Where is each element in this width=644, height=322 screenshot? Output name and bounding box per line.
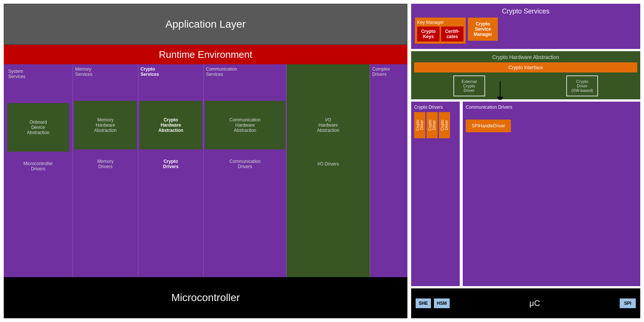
memory-hardware-abstraction: Memory Hardware Abstraction [74,101,137,149]
spi-chip: SPI [620,298,636,308]
main-grid: System Services Onboard Device Abstracti… [4,64,407,277]
crypto-service-manager-box: Crypto Service Manager [468,18,498,41]
crypto-drivers-panel: Crypto Drivers Crypto Driver Crypto Driv… [411,102,460,286]
crypto-drivers-left: Crypto Drivers [139,152,202,176]
communication-hardware-abstraction: Communication Hardware Abstraction [205,101,285,149]
io-drivers: I/O Drivers [288,152,369,176]
microcontroller-label: Microcontroller [171,292,240,304]
crypto-services-panel: Crypto Services Key Manager Crypto Keys … [411,4,640,49]
muc-label: μC [453,298,616,308]
memory-services-label: Memory Services [73,64,138,100]
crypto-hw-abstraction-panel: Crypto Hardware Abstraction Crypto Inter… [411,51,640,99]
certificates-box: Certifi- cates [441,27,463,41]
crypto-keys-box: Crypto Keys [417,27,440,41]
communication-drivers-left: Communication Drivers [205,152,285,176]
rte-label: Runtime Environment [159,49,252,61]
mc-right-panel: SHE HSM μC SPI [411,288,640,318]
app-layer-label: Application Layer [166,18,246,30]
io-hardware-abstraction: I/O Hardware Abstraction [288,101,369,149]
col-communication: Communication Services Communication Har… [204,64,287,277]
crypto-interface-bar: Crypto Interface [414,62,637,72]
complex-drivers-label: Complex Drivers [370,64,407,100]
memory-drivers: Memory Drivers [74,152,137,176]
col-complex-drivers: Complex Drivers [370,64,407,277]
io-service-spacer [287,64,370,100]
crypto-driver-item-2: Crypto Driver [426,112,438,138]
crypto-driver-sw-box: Crypto Driver (SW-based) [566,75,598,96]
right-panel: Crypto Services Key Manager Crypto Keys … [411,4,640,318]
key-manager-inner: Crypto Keys Certifi- cates [417,27,463,41]
crypto-services-title: Crypto Services [415,7,637,15]
col-system-services: System Services Onboard Device Abstracti… [4,64,73,277]
comm-drivers-title: Communication Drivers [466,105,637,110]
col-crypto: Crypto Services Crypto Hardware Abstract… [138,64,204,277]
crypto-hw-drivers-row: External Crypto Driver Crypto Driver (SW… [414,75,637,96]
crypto-hw-abstraction-title: Crypto Hardware Abstraction [414,54,637,60]
arrow-connector [493,81,508,100]
application-layer: Application Layer [4,4,407,45]
onboard-device-abstraction: Onboard Device Abstraction [7,103,69,152]
crypto-services-label: Crypto Services [138,64,203,100]
crypto-hardware-abstraction-left: Crypto Hardware Abstraction [139,101,202,149]
crypto-services-row: Key Manager Crypto Keys Certifi- cates C… [415,18,637,45]
spi-handle-driver-box: SPIHandleDriver [466,120,511,132]
she-chip: SHE [416,298,431,308]
left-panel: Application Layer Runtime Environment Sy… [4,4,407,318]
external-crypto-driver-box: External Crypto Driver [453,75,485,96]
hsm-chip: HSM [434,298,450,308]
microcontroller-bar: Microcontroller [4,277,407,318]
lower-right-panel: Crypto Drivers Crypto Driver Crypto Driv… [411,102,640,286]
rte-layer: Runtime Environment [4,45,407,64]
microcontroller-drivers: Microcontroller Drivers [7,154,69,178]
communication-services-label: Communication Services [204,64,286,100]
crypto-driver-items: Crypto Driver Crypto Driver Crypto Drive… [414,112,457,138]
crypto-drivers-panel-title: Crypto Drivers [414,105,457,110]
comm-drivers-panel: Communication Drivers SPIHandleDriver [463,102,640,286]
key-manager-box: Key Manager Crypto Keys Certifi- cates [415,18,466,44]
crypto-driver-item-1: Crypto Driver [414,112,425,138]
crypto-driver-item-3: Crypto Driver [439,112,450,138]
col-io: I/O Hardware Abstraction I/O Drivers [287,64,370,277]
key-manager-label: Key Manager [417,20,463,25]
system-services-label: System Services [6,66,70,102]
col-memory: Memory Services Memory Hardware Abstract… [73,64,138,277]
